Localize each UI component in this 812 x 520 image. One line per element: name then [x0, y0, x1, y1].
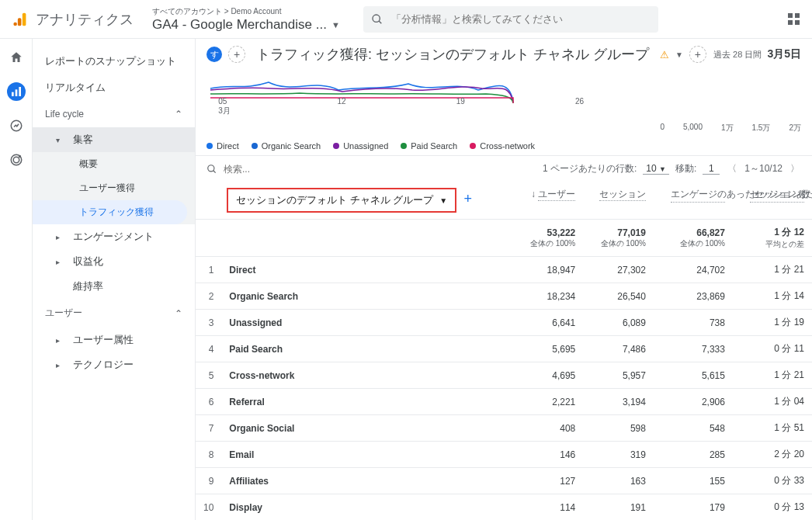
cell-sessions: 191: [583, 494, 654, 521]
next-page-button[interactable]: 〉: [789, 162, 801, 175]
row-dimension: Organic Search: [221, 283, 514, 310]
global-search-input[interactable]: [391, 13, 651, 25]
table-row[interactable]: 5Cross-network4,6955,9575,6151 分 21: [196, 362, 812, 389]
sidebar-acq-overview[interactable]: 概要: [33, 152, 195, 176]
app-header: アナリティクス すべてのアカウント > Demo Account GA4 - G…: [0, 0, 812, 39]
cell-sessions: 3,194: [583, 389, 654, 415]
chevron-up-icon: ⌃: [175, 109, 182, 120]
property-name: GA4 - Google Merchandise ...: [152, 17, 327, 33]
legend-item[interactable]: Paid Search: [401, 141, 457, 151]
sidebar-traffic-acquisition[interactable]: トラフィック獲得: [33, 200, 187, 224]
cell-avg: 1 分 21: [733, 257, 812, 283]
table-row[interactable]: 9Affiliates1271631550 分 33: [196, 468, 812, 494]
axis-tick: 1万: [721, 123, 734, 133]
row-index: 1: [196, 257, 221, 283]
svg-point-3: [373, 15, 380, 22]
prev-page-button[interactable]: 〈: [726, 162, 738, 175]
cell-avg: 1 分 19: [733, 310, 812, 336]
svg-rect-1: [18, 18, 22, 26]
cell-avg: 1 分 21: [733, 362, 812, 389]
x-tick: 12: [338, 97, 346, 106]
table-search-input[interactable]: [224, 164, 408, 175]
warning-icon[interactable]: ⚠: [660, 49, 669, 61]
x-tick: 053月: [218, 97, 231, 116]
explore-icon[interactable]: [7, 116, 26, 135]
cell-sessions: 7,486: [583, 336, 654, 362]
legend-item[interactable]: Organic Search: [252, 141, 321, 151]
row-dimension: Unassigned: [221, 310, 514, 336]
sidebar-lifecycle[interactable]: Life cycle⌃: [33, 101, 195, 127]
cell-sessions: 27,302: [583, 257, 654, 283]
col-avg-engagement[interactable]: セッションあたりの平均エンゲージメント: [733, 182, 812, 220]
page-range: 1～10/12: [744, 162, 783, 175]
col-sessions[interactable]: セッション: [583, 182, 654, 220]
cell-sessions: 26,540: [583, 283, 654, 310]
advertising-icon[interactable]: [7, 151, 26, 169]
sidebar-technology[interactable]: ▸テクノロジー: [33, 352, 195, 377]
legend-label: Organic Search: [262, 141, 321, 151]
table-row[interactable]: 8Email1463192852 分 20: [196, 442, 812, 468]
customize-report-button[interactable]: +: [689, 46, 706, 63]
sidebar-engagement[interactable]: ▸エンゲージメント: [33, 224, 195, 249]
col-users[interactable]: ↓ ユーザー: [514, 182, 583, 220]
goto-page-input[interactable]: 1: [703, 163, 720, 175]
add-dimension-button[interactable]: +: [463, 191, 472, 206]
table-row[interactable]: 1Direct18,94727,30224,7021 分 21: [196, 257, 812, 283]
compare-chip[interactable]: す: [206, 47, 222, 62]
sidebar-acquisition[interactable]: ▾集客: [33, 127, 195, 152]
cell-users: 408: [514, 415, 583, 442]
cell-engaged: 179: [654, 494, 733, 521]
sidebar-user-attributes[interactable]: ▸ユーザー属性: [33, 328, 195, 352]
global-search[interactable]: [363, 6, 658, 33]
reports-icon[interactable]: [7, 82, 26, 101]
table-row[interactable]: 6Referral2,2213,1942,9061 分 04: [196, 389, 812, 415]
table-row[interactable]: 3Unassigned6,6416,0897381 分 19: [196, 310, 812, 336]
svg-rect-6: [15, 89, 17, 96]
legend-item[interactable]: Cross-network: [470, 141, 535, 151]
table-row[interactable]: 4Paid Search5,6957,4867,3330 分 11: [196, 336, 812, 362]
svg-point-11: [19, 156, 20, 158]
apps-menu-icon[interactable]: [788, 13, 800, 25]
legend-label: Cross-network: [480, 141, 535, 151]
bar-chart-axis: 05,0001万1.5万2万: [196, 121, 812, 133]
svg-line-4: [379, 21, 381, 23]
rows-per-page-select[interactable]: 10 ▼: [643, 163, 669, 175]
svg-point-12: [208, 165, 214, 171]
legend-item[interactable]: Direct: [206, 141, 239, 151]
sidebar-snapshot[interactable]: レポートのスナップショット: [33, 48, 195, 75]
data-table: セッションのデフォルト チャネル グループ ▼ + ↓ ユーザー セッション エ…: [196, 182, 812, 520]
add-comparison-button[interactable]: +: [228, 46, 245, 63]
property-selector[interactable]: すべてのアカウント > Demo Account GA4 - Google Me…: [152, 6, 340, 33]
axis-tick: 0: [660, 123, 665, 133]
svg-rect-7: [19, 87, 21, 96]
table-row[interactable]: 2Organic Search18,23426,54023,8691 分 14: [196, 283, 812, 310]
table-search[interactable]: [206, 164, 408, 175]
date-range-selector[interactable]: 過去 28 日間 3月5日: [713, 47, 801, 61]
sidebar-retention[interactable]: 維持率: [33, 274, 195, 299]
analytics-logo-icon: [12, 11, 29, 28]
primary-dimension-selector[interactable]: セッションのデフォルト チャネル グループ ▼: [227, 188, 456, 213]
chevron-down-icon: ▼: [659, 165, 666, 173]
chevron-down-icon[interactable]: ▼: [675, 50, 683, 59]
legend-item[interactable]: Unassigned: [333, 141, 388, 151]
home-icon[interactable]: [7, 48, 26, 67]
sidebar-user-acquisition[interactable]: ユーザー獲得: [33, 176, 195, 200]
sidebar-monetization[interactable]: ▸収益化: [33, 249, 195, 274]
row-index: 7: [196, 415, 221, 442]
axis-tick: 2万: [789, 123, 801, 133]
cell-sessions: 5,957: [583, 362, 654, 389]
sidebar-realtime[interactable]: リアルタイム: [33, 75, 195, 101]
cell-users: 127: [514, 468, 583, 494]
sidebar-user-section[interactable]: ユーザー⌃: [33, 299, 195, 328]
cell-engaged: 738: [654, 310, 733, 336]
row-index: 8: [196, 442, 221, 468]
row-index: 10: [196, 494, 221, 521]
cell-avg: 1 分 51: [733, 415, 812, 442]
table-row[interactable]: 10Display1141911790 分 13: [196, 494, 812, 521]
axis-tick: 1.5万: [752, 123, 771, 133]
row-index: 6: [196, 389, 221, 415]
cell-sessions: 6,089: [583, 310, 654, 336]
col-engaged-sessions[interactable]: エンゲージのあったセッション数: [654, 182, 733, 220]
table-row[interactable]: 7Organic Social4085985481 分 51: [196, 415, 812, 442]
row-index: 5: [196, 362, 221, 389]
